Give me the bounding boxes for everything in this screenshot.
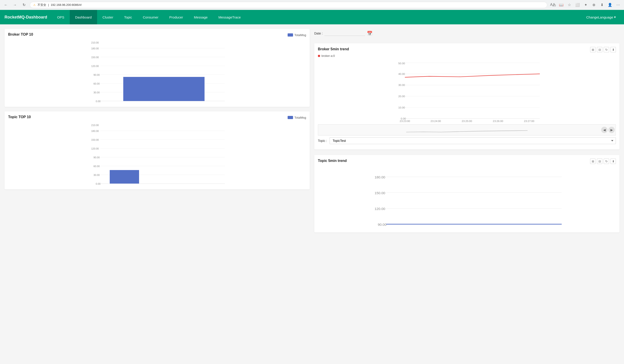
topic-top10-header: Topic TOP 10 TotalMsg — [8, 115, 306, 120]
topic-bar-chart-svg: 0.00 30.00 60.00 90.00 120.00 150.00 180… — [8, 123, 306, 186]
broker-trend-dot — [318, 55, 320, 57]
broker-trend-line — [405, 74, 540, 77]
broker-line-svg: 0.00 10.00 20.00 30.00 40.00 50.00 — [318, 59, 616, 122]
translate-button[interactable]: Aあ — [550, 2, 556, 8]
topic-bar — [110, 170, 139, 183]
topic-dropdown[interactable]: TopicTest — [330, 137, 616, 144]
broker-trend-actions: ⊞ ⊟ ↻ ⬇ — [590, 47, 616, 52]
minimap-forward-btn[interactable]: ▶ — [608, 127, 615, 133]
topic-expand-btn[interactable]: ⊞ — [590, 159, 596, 164]
broker-contract-btn[interactable]: ⊟ — [597, 47, 602, 52]
nav-ops[interactable]: OPS — [52, 10, 70, 24]
ty-label-180: 180.00 — [91, 130, 99, 132]
calendar-icon[interactable]: 📅 — [367, 31, 372, 36]
y-label-30: 30.00 — [93, 91, 100, 94]
blx-5: 23:27:00 — [524, 119, 534, 122]
navbar: RocketMQ-Dashboard OPS Dashboard Cluster… — [0, 10, 624, 24]
ty-label-0: 0.00 — [96, 182, 101, 185]
broker-top10-chart: 0.00 30.00 60.00 90.00 120.00 150.00 180… — [8, 40, 306, 103]
broker-bar — [123, 77, 205, 101]
ty-label-120: 120.00 — [91, 147, 99, 150]
topic-trend-actions: ⊞ ⊟ ↻ ⬇ — [590, 159, 616, 164]
date-input[interactable] — [324, 31, 365, 36]
ty-label-150: 150.00 — [91, 138, 99, 141]
url-text: 192.168.96.200:8086/#/ — [51, 3, 81, 6]
downloads-button[interactable]: ⬇ — [599, 2, 605, 8]
y-label-210: 210.00 — [91, 41, 99, 44]
broker-trend-chart: 0.00 10.00 20.00 30.00 40.00 50.00 — [318, 59, 616, 122]
broker-legend-color — [288, 33, 293, 37]
nav-cluster[interactable]: Cluster — [97, 10, 119, 24]
nav-producer[interactable]: Producer — [164, 10, 188, 24]
back-button[interactable]: ← — [3, 2, 9, 8]
broker-trend-legend: broker-a:0 — [318, 54, 616, 58]
y-label-60: 60.00 — [93, 82, 100, 85]
topic-trend-header: Topic 5min trend ⊞ ⊟ ↻ ⬇ — [318, 159, 616, 164]
y-label-180: 180.00 — [91, 47, 99, 50]
topic-trend-title: Topic 5min trend — [318, 159, 347, 163]
extensions-button[interactable]: ⊕ — [591, 2, 597, 8]
bly-10: 10.00 — [398, 106, 405, 109]
language-selector[interactable]: ChangeLanguage ▾ — [583, 10, 620, 24]
broker-download-btn[interactable]: ⬇ — [610, 47, 616, 52]
ty-label-30: 30.00 — [93, 174, 100, 176]
reader-button[interactable]: 📖 — [558, 2, 564, 8]
nav-topic[interactable]: Topic — [119, 10, 137, 24]
topic-trend-chart: 90.00 120.00 150.00 180.00 — [318, 166, 616, 229]
forward-button[interactable]: → — [12, 2, 18, 8]
broker-refresh-btn[interactable]: ↻ — [604, 47, 609, 52]
broker-bar-label: broker-a:0 — [156, 103, 167, 103]
blx-4: 23:26:00 — [493, 119, 503, 122]
topic-selector-label: Topic : — [318, 139, 327, 142]
topic-refresh-btn[interactable]: ↻ — [604, 159, 609, 164]
split-view-button[interactable]: ⬜ — [574, 2, 581, 8]
blx-2: 23:24:00 — [431, 119, 441, 122]
broker-bar-chart-svg: 0.00 30.00 60.00 90.00 120.00 150.00 180… — [8, 40, 306, 103]
broker-expand-btn[interactable]: ⊞ — [590, 47, 596, 52]
browser-actions: Aあ 📖 ☆ ⬜ ✦ ⊕ ⬇ 👤 ⋯ — [550, 2, 621, 8]
left-column: Broker TOP 10 TotalMsg 0.00 30.00 60.00 … — [4, 29, 310, 232]
main-content: Broker TOP 10 TotalMsg 0.00 30.00 60.00 … — [0, 24, 624, 237]
broker-minimap: ◀ ▶ — [318, 124, 616, 136]
bly-20: 20.00 — [398, 95, 405, 98]
broker-trend-legend-label: broker-a:0 — [321, 54, 335, 58]
broker-trend-panel: Broker 5min trend ⊞ ⊟ ↻ ⬇ broker-a:0 0.0… — [314, 43, 620, 150]
right-column: Date : 📅 Broker 5min trend ⊞ ⊟ ↻ ⬇ broke… — [314, 29, 620, 232]
topic-top10-legend: TotalMsg — [288, 116, 306, 119]
favorites-button[interactable]: ☆ — [566, 2, 572, 8]
topic-contract-btn[interactable]: ⊟ — [597, 159, 602, 164]
address-bar: ⚠ 不安全 | 192.168.96.200:8086/#/ — [30, 2, 547, 8]
blx-3: 23:25:00 — [462, 119, 472, 122]
blx-1: 23:23:00 — [400, 119, 410, 122]
broker-top10-panel: Broker TOP 10 TotalMsg 0.00 30.00 60.00 … — [4, 29, 310, 107]
reload-button[interactable]: ↻ — [21, 2, 27, 8]
bly-30: 30.00 — [398, 83, 405, 87]
bly-50: 50.00 — [398, 62, 405, 65]
minimap-buttons: ◀ ▶ — [601, 127, 615, 133]
nav-consumer[interactable]: Consumer — [137, 10, 164, 24]
menu-button[interactable]: ⋯ — [615, 2, 621, 8]
nav-messagetrace[interactable]: MessageTrace — [213, 10, 246, 24]
topic-top10-panel: Topic TOP 10 TotalMsg 0.00 30.00 60.00 9… — [4, 112, 310, 189]
dropdown-arrow-icon: ▾ — [614, 15, 616, 19]
broker-top10-legend: TotalMsg — [288, 33, 306, 37]
topic-legend-label: TotalMsg — [294, 116, 306, 119]
broker-trend-title: Broker 5min trend — [318, 47, 349, 51]
collections-button[interactable]: ✦ — [582, 2, 589, 8]
profile-button[interactable]: 👤 — [607, 2, 613, 8]
y-label-0: 0.00 — [96, 100, 101, 103]
ty-label-210: 210.00 — [91, 124, 99, 127]
brand-title: RocketMQ-Dashboard — [4, 15, 52, 20]
topic-download-btn[interactable]: ⬇ — [610, 159, 616, 164]
nav-dashboard[interactable]: Dashboard — [70, 10, 97, 24]
broker-top10-title: Broker TOP 10 — [8, 32, 33, 37]
topic-top10-chart: 0.00 30.00 60.00 90.00 120.00 150.00 180… — [8, 123, 306, 186]
y-label-90: 90.00 — [93, 73, 100, 76]
topic-selector-row: Topic : TopicTest — [318, 137, 616, 144]
nav-message[interactable]: Message — [188, 10, 213, 24]
topic-legend-color — [288, 116, 293, 119]
broker-trend-header: Broker 5min trend ⊞ ⊟ ↻ ⬇ — [318, 47, 616, 52]
broker-minimap-svg — [318, 124, 616, 135]
minimap-back-btn[interactable]: ◀ — [601, 127, 607, 133]
minimap-line — [406, 131, 528, 132]
